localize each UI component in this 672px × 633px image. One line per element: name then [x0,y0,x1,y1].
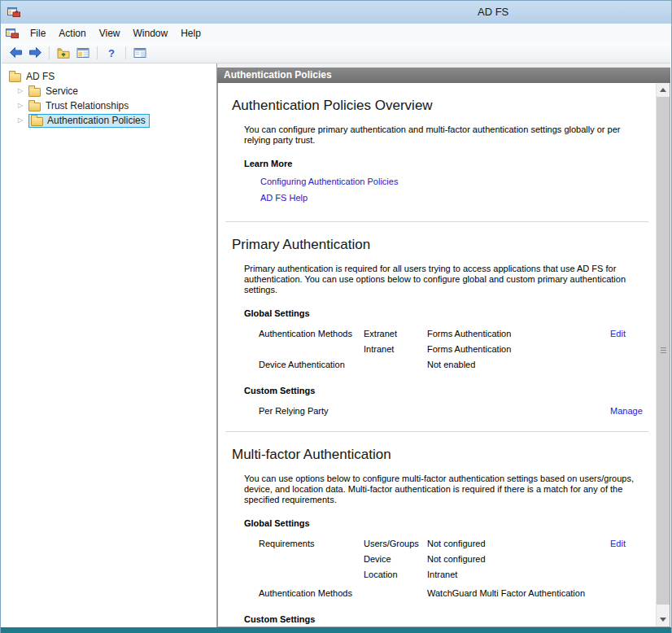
console-tree: AD FS Service Trust Relationships Authen… [2,63,217,627]
toolbar-separator [125,46,126,59]
folder-icon [31,117,43,126]
mmc-app-icon [7,6,20,19]
row-label: Authentication Methods [259,326,364,342]
chevron-right-icon[interactable] [18,84,28,98]
console-tree-icon [76,46,89,59]
menu-view[interactable]: View [93,25,127,41]
scroll-up-button[interactable] [657,83,670,97]
row-label: Authentication Methods [259,586,364,601]
row-label: Requirements [259,536,364,552]
primary-authentication-description: Primary authentication is required for a… [244,264,642,295]
scroll-down-button[interactable] [657,613,670,626]
folder-icon [9,73,21,82]
tree-item-label: Authentication Policies [47,115,146,126]
row-value: Forms Authentication [427,326,610,342]
primary-manage-link[interactable]: Manage [610,404,643,419]
multifactor-authentication-description: You can use options below to configure m… [244,474,642,505]
row-label: Per Relying Party [259,404,364,419]
tree-item-label: Trust Relationships [46,100,129,111]
multifactor-authentication-section: Multi-factor Authentication You can use … [225,432,648,626]
primary-global-settings-heading: Global Settings [244,308,642,318]
mfa-row-users-groups: Requirements Users/Groups Not configured… [259,536,642,552]
row-value: Not configured [427,536,610,552]
overview-section: Authentication Policies Overview You can… [225,83,648,222]
forward-button[interactable] [26,45,44,61]
back-button[interactable] [7,45,24,61]
tree-item-authentication-policies[interactable]: Authentication Policies [2,113,216,128]
menu-window[interactable]: Window [127,25,175,41]
window-title: AD FS [478,6,508,18]
help-icon [108,46,115,60]
row-value: WatchGuard Multi Factor Authentication [427,586,610,601]
row-key: Location [364,567,427,583]
details-pane: Authentication Policies Authentication P… [217,63,670,627]
tree-item-label: AD FS [26,71,55,82]
tree-item-adfs-root[interactable]: AD FS [2,69,216,84]
primary-row-intranet: Intranet Forms Authentication [259,342,642,357]
learn-more-heading: Learn More [244,159,642,168]
primary-row-device-authentication: Device Authentication Not enabled [259,357,642,373]
pane-header: Authentication Policies [217,68,670,83]
console-snapin-icon [6,27,19,40]
row-key: Device [364,552,427,567]
primary-edit-link[interactable]: Edit [610,326,626,342]
mfa-row-location: Location Intranet [259,567,642,583]
tree-item-trust-relationships[interactable]: Trust Relationships [2,98,216,113]
primary-custom-row: Per Relying Party Manage [259,404,642,419]
chevron-right-icon[interactable] [18,113,28,128]
toolbar-separator [97,46,98,59]
scrollbar-grip-icon [661,347,666,354]
menu-bar: File Action View Window Help [2,24,670,42]
mfa-edit-link[interactable]: Edit [610,536,626,552]
toolbar-separator [49,46,50,59]
overview-title: Authentication Policies Overview [232,98,642,114]
adfs-help-link[interactable]: AD FS Help [260,193,642,203]
primary-row-extranet: Authentication Methods Extranet Forms Au… [259,326,642,342]
scrollbar-thumb[interactable] [657,97,670,605]
row-value: Not configured [427,552,610,567]
overview-description: You can configure primary authentication… [244,124,642,146]
content-scroll-area: Authentication Policies Overview You can… [218,83,656,626]
folder-icon [28,88,41,97]
chevron-right-icon[interactable] [18,98,28,113]
multifactor-authentication-title: Multi-factor Authentication [232,447,642,463]
mfa-row-authentication-methods: Authentication Methods WatchGuard Multi … [259,586,642,601]
row-key: Extranet [364,326,427,342]
configuring-authentication-policies-link[interactable]: Configuring Authentication Policies [260,177,642,186]
main-area: AD FS Service Trust Relationships Authen… [2,63,670,627]
row-value: Forms Authentication [427,342,610,357]
up-one-level-button[interactable] [55,45,72,61]
primary-authentication-section: Primary Authentication Primary authentic… [225,222,648,432]
primary-custom-settings-heading: Custom Settings [244,386,642,395]
primary-authentication-title: Primary Authentication [232,237,642,253]
content-box: Authentication Policies Overview You can… [217,83,670,627]
back-icon [9,46,23,59]
tree-item-service[interactable]: Service [2,84,216,98]
mfa-global-settings-heading: Global Settings [244,518,642,528]
row-value: Not enabled [427,357,610,373]
adfs-console-window: AD FS File Action View Window Help [0,0,672,633]
help-button[interactable] [103,45,120,61]
tree-item-label: Service [46,85,78,97]
menu-action[interactable]: Action [52,25,92,41]
show-hide-console-tree-button[interactable] [74,45,92,61]
window-bottom-border [1,627,671,633]
vertical-scrollbar[interactable] [656,83,670,626]
up-one-level-icon [57,46,70,59]
mfa-custom-settings-heading: Custom Settings [244,614,642,624]
row-label: Device Authentication [259,357,364,373]
show-hide-action-pane-button[interactable] [131,45,149,61]
titlebar[interactable]: AD FS [1,1,671,24]
forward-icon [28,46,42,59]
row-key: Intranet [364,342,427,357]
menu-file[interactable]: File [24,25,52,41]
row-value: Intranet [427,567,610,583]
selected-tree-item[interactable]: Authentication Policies [28,114,150,128]
row-key: Users/Groups [364,536,427,552]
toolbar [2,42,670,63]
menu-help[interactable]: Help [174,25,207,41]
action-pane-icon [133,46,146,59]
folder-icon [28,103,41,111]
mfa-row-device: Device Not configured [259,552,642,567]
